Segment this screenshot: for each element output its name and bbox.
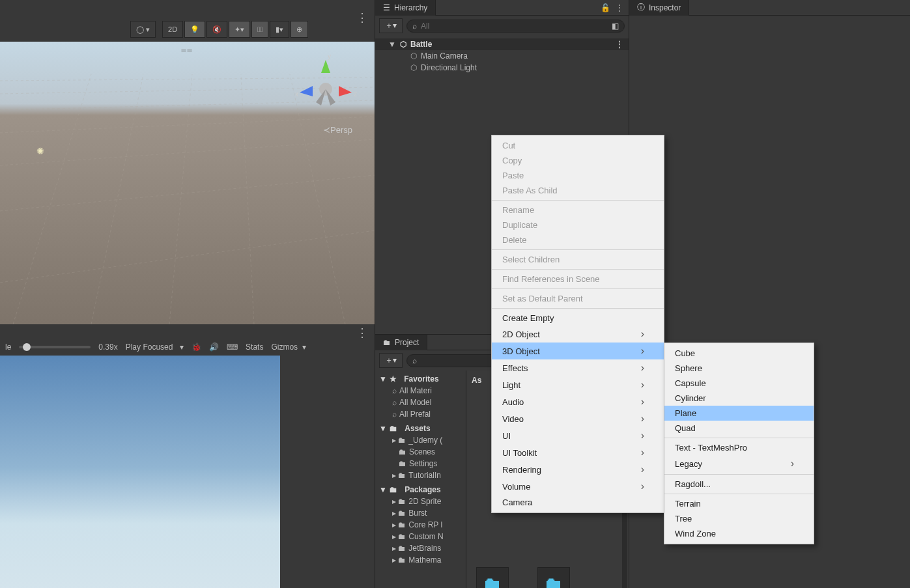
gameobject-icon: ⬡ (410, 51, 417, 61)
search-icon: ⌕ (412, 356, 417, 365)
asset-item[interactable]: 🖿 Settings (472, 567, 513, 588)
menu-item-ui-toolkit[interactable]: UI Toolkit (492, 444, 664, 461)
game-options-icon[interactable]: ⋮ (356, 326, 368, 340)
create-button[interactable]: ＋▾ (379, 18, 403, 33)
stats-button[interactable]: Stats (246, 343, 263, 352)
game-view[interactable]: ⋮ le 0.39x Play Focused ▾ 🐞 🔊 ⌨ Stats Gi… (0, 324, 375, 588)
hierarchy-tabbar: ☰ Hierarchy 🔓 ⋮ (375, 0, 629, 16)
gameobject-row-camera[interactable]: ⬡ Main Camera (375, 50, 629, 62)
favorites-header[interactable]: ▼★ Favorites (375, 371, 466, 385)
favorite-item[interactable]: ⌕ All Materi (375, 385, 466, 397)
submenu-item-cylinder[interactable]: Cylinder (664, 391, 814, 406)
submenu-item-ragdoll-[interactable]: Ragdoll... (664, 477, 814, 492)
svg-line-4 (0, 139, 375, 165)
project-tree[interactable]: ▼★ Favorites ⌕ All Materi ⌕ All Model ⌕ … (375, 371, 466, 588)
tab-hierarchy[interactable]: ☰ Hierarchy (375, 0, 436, 16)
context-submenu-3d-object[interactable]: CubeSphereCapsuleCylinderPlaneQuadText -… (664, 343, 814, 544)
package-folder[interactable]: ▸ 🖿 JetBrains (375, 542, 466, 554)
scene-viewport[interactable]: ══ (0, 42, 375, 324)
submenu-item-plane[interactable]: Plane (664, 406, 814, 421)
folder-icon: 🖿 (390, 424, 397, 433)
scene-view[interactable]: ⋮ ◯ ▾ 2D 💡 🔇 ✦▾ 👁̸ ▮▾ ⊕ ══ (0, 0, 375, 324)
menu-item-find-references-in-scene: Find References in Scene (492, 272, 664, 287)
search-icon: ⌕ (412, 21, 417, 31)
asset-folder[interactable]: ▸ 🖿 _Udemy ( (375, 434, 466, 446)
audio-icon[interactable]: 🔊 (209, 343, 219, 352)
gizmos-dropdown[interactable]: Gizmos ▾ (271, 343, 306, 352)
scene-options-icon[interactable]: ⋮ (356, 10, 368, 25)
keyboard-icon[interactable]: ⌨ (227, 343, 238, 352)
package-folder[interactable]: ▸ 🖿 2D Sprite (375, 496, 466, 507)
package-folder[interactable]: ▸ 🖿 Custom N (375, 531, 466, 542)
menu-item-rendering[interactable]: Rendering (492, 461, 664, 478)
game-viewport[interactable] (0, 356, 280, 588)
tab-project[interactable]: 🖿 Project (375, 335, 427, 350)
gameobject-label: Main Camera (421, 51, 468, 61)
orientation-gizmo[interactable]: x z y (290, 53, 362, 125)
foldout-arrow-icon[interactable]: ▼ (388, 40, 396, 49)
gizmo-toggle-button[interactable]: ⊕ (291, 21, 308, 38)
submenu-item-capsule[interactable]: Capsule (664, 376, 814, 391)
scene-row-options-icon[interactable]: ⋮ (616, 40, 623, 49)
light-gizmo-icon[interactable]: ✺ (36, 146, 44, 156)
asset-folder[interactable]: 🖿 Settings (375, 458, 466, 469)
package-folder[interactable]: ▸ 🖿 Mathema (375, 554, 466, 566)
audio-toggle-button[interactable]: 🔇 (206, 21, 227, 38)
lock-icon[interactable]: 🔓 (601, 3, 610, 12)
scene-toolbar: ◯ ▾ 2D 💡 🔇 ✦▾ 👁̸ ▮▾ ⊕ (130, 21, 308, 38)
menu-item-select-children: Select Children (492, 252, 664, 267)
asset-folder[interactable]: 🖿 Scenes (375, 446, 466, 458)
menu-item-3d-object[interactable]: 3D Object (492, 343, 664, 359)
bug-icon[interactable]: 🐞 (192, 343, 201, 352)
submenu-item-wind-zone[interactable]: Wind Zone (664, 526, 814, 541)
2d-toggle-button[interactable]: 2D (162, 21, 183, 38)
favorite-item[interactable]: ⌕ All Model (375, 397, 466, 408)
visibility-toggle-button[interactable]: 👁̸ (251, 21, 268, 38)
hierarchy-icon: ☰ (383, 3, 390, 12)
camera-button[interactable]: ▮▾ (270, 21, 289, 38)
packages-header[interactable]: ▼🖿 Packages (375, 481, 466, 496)
menu-item-video[interactable]: Video (492, 410, 664, 427)
submenu-item-tree[interactable]: Tree (664, 511, 814, 526)
menu-item-volume[interactable]: Volume (492, 478, 664, 495)
gameobject-row-light[interactable]: ⬡ Directional Light (375, 62, 629, 74)
package-folder[interactable]: ▸ 🖿 Core RP l (375, 519, 466, 531)
folder-icon: 🖿 (383, 338, 391, 347)
submenu-item-sphere[interactable]: Sphere (664, 361, 814, 376)
tab-inspector[interactable]: ⓘ Inspector (629, 0, 689, 16)
menu-item-audio[interactable]: Audio (492, 393, 664, 410)
hierarchy-search[interactable]: ⌕ ◧ (406, 20, 625, 33)
submenu-item-terrain[interactable]: Terrain (664, 496, 814, 511)
menu-item-2d-object[interactable]: 2D Object (492, 326, 664, 343)
inspector-tabbar: ⓘ Inspector (629, 0, 910, 16)
lighting-toggle-button[interactable]: 💡 (184, 21, 205, 38)
scene-row[interactable]: ▼ ⬡ Battle ⋮ (375, 38, 629, 50)
favorite-item[interactable]: ⌕ All Prefal (375, 408, 466, 420)
gameobject-label: Directional Light (421, 63, 477, 72)
project-create-button[interactable]: ＋▾ (379, 353, 403, 368)
asset-item[interactable]: 🖿 TutorialInfo (533, 567, 575, 588)
assets-header[interactable]: ▼🖿 Assets (375, 420, 466, 434)
submenu-item-legacy[interactable]: Legacy (664, 455, 814, 472)
package-folder[interactable]: ▸ 🖿 Burst (375, 507, 466, 519)
menu-item-light[interactable]: Light (492, 376, 664, 393)
menu-item-ui[interactable]: UI (492, 427, 664, 444)
menu-item-create-empty[interactable]: Create Empty (492, 311, 664, 326)
context-menu[interactable]: CutCopyPastePaste As ChildRenameDuplicat… (491, 135, 664, 513)
search-filter-icon[interactable]: ◧ (612, 21, 619, 31)
projection-label[interactable]: ≺Persp (323, 125, 352, 135)
hierarchy-options-icon[interactable]: ⋮ (616, 3, 623, 12)
play-mode-dropdown[interactable]: Play Focused ▾ (126, 343, 184, 352)
scale-slider[interactable] (19, 346, 91, 348)
menu-item-effects[interactable]: Effects (492, 359, 664, 376)
asset-folder[interactable]: ▸ 🖿 TutorialIn (375, 469, 466, 481)
scale-label: le (5, 343, 11, 352)
submenu-item-text-textmeshpro[interactable]: Text - TextMeshPro (664, 440, 814, 455)
fx-toggle-button[interactable]: ✦▾ (229, 21, 250, 38)
draw-mode-button[interactable]: ◯ ▾ (130, 21, 156, 38)
folder-icon: 🖿 (476, 567, 509, 588)
hierarchy-search-input[interactable] (421, 21, 608, 31)
submenu-item-quad[interactable]: Quad (664, 421, 814, 436)
menu-item-camera[interactable]: Camera (492, 495, 664, 510)
submenu-item-cube[interactable]: Cube (664, 346, 814, 361)
